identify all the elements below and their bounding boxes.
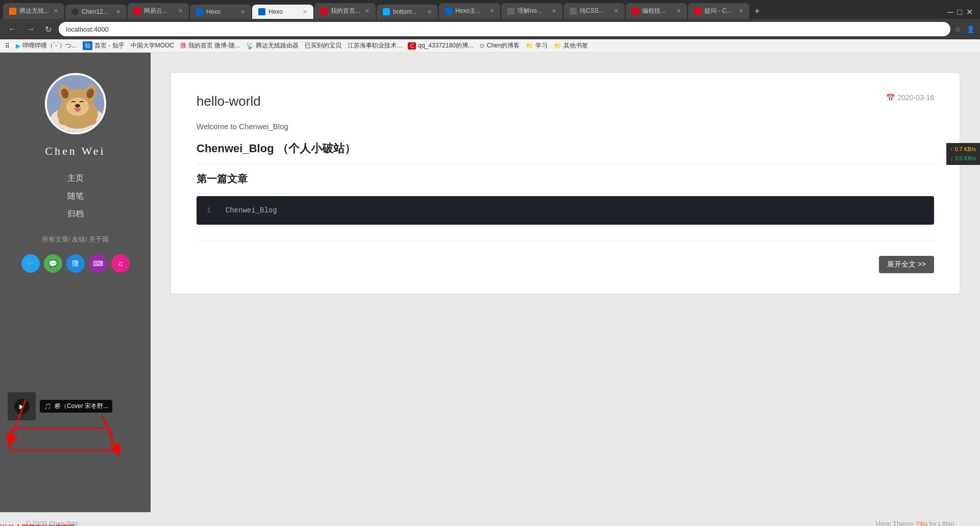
- address-input[interactable]: [59, 22, 950, 36]
- tab-favicon-10: [632, 8, 639, 15]
- footer-theme-name[interactable]: Yilia: [915, 520, 927, 526]
- tab-favicon-6: [383, 8, 390, 15]
- tab-bar: 腾达无线... ✕ Chen12... ✕ 网易云... ✕ Hexo ✕ He…: [0, 0, 980, 19]
- tab-close-3[interactable]: ✕: [240, 9, 245, 15]
- avatar-image: [47, 75, 106, 134]
- speed-widget: ↑ 0.7 KB/s ↓ 3.5 KB/s: [946, 143, 980, 165]
- footer-theme: Hexo Theme Yilia by Litten: [876, 520, 954, 526]
- post-date: 📅 2020-03-16: [886, 93, 934, 102]
- bookmark-router[interactable]: 📡 腾达无线路由器: [246, 41, 299, 50]
- nav-archive[interactable]: 归档: [67, 209, 84, 220]
- forward-button[interactable]: →: [23, 23, 38, 35]
- music-icon[interactable]: ♫: [111, 254, 130, 273]
- tab-close-10[interactable]: ✕: [676, 8, 681, 14]
- tab-label-7: Hexo主...: [455, 7, 481, 15]
- tab-9[interactable]: 纯CSS... ✕: [564, 3, 625, 19]
- sidebar-links-text[interactable]: 所有文章/ 友链/ 关于我: [42, 235, 109, 243]
- sidebar-nav: 主页 随笔 归档: [67, 173, 84, 220]
- tab-label-10: 编程技...: [642, 7, 666, 15]
- tab-favicon-7: [445, 8, 452, 15]
- tab-7[interactable]: Hexo主... ✕: [439, 3, 500, 19]
- sidebar: Chen Wei 主页 随笔 归档 所有文章/ 友链/ 关于我 🐦 💬 微 ⌨ …: [0, 53, 151, 512]
- footer-by-label: by Litten: [929, 520, 954, 526]
- tab-label-8: 理解no...: [518, 7, 542, 15]
- csdn-icon: C: [408, 42, 416, 50]
- close-button[interactable]: ✕: [966, 7, 973, 17]
- tab-favicon-9: [570, 8, 577, 15]
- annotation-arrows: [0, 400, 148, 502]
- tab-close-0[interactable]: ✕: [54, 8, 58, 14]
- tab-11[interactable]: 提问 - C... ✕: [688, 3, 749, 19]
- bookmark-bilibili[interactable]: ▶ 哔哩哔哩（`-´）つ...: [16, 41, 77, 50]
- router-icon: 📡: [246, 42, 254, 50]
- footer-hexo-link[interactable]: Hexo: [876, 520, 891, 526]
- tab-6[interactable]: bottom... ✕: [377, 5, 438, 19]
- tab-1[interactable]: Chen12... ✕: [65, 5, 127, 19]
- upload-speed: ↑ 0.7 KB/s: [950, 145, 976, 154]
- tab-favicon-4: [258, 8, 265, 15]
- tab-10[interactable]: 编程技... ✕: [626, 3, 687, 19]
- maximize-button[interactable]: □: [957, 8, 962, 17]
- code-content: Chenwei_Blog: [226, 206, 277, 214]
- bookmark-weibo[interactable]: 微 我的首页 微博-随...: [180, 41, 240, 50]
- tab-close-7[interactable]: ✕: [489, 8, 494, 14]
- tab-close-5[interactable]: ✕: [365, 8, 370, 14]
- apps-icon[interactable]: ⠿: [5, 42, 10, 50]
- tab-label-3: Hexo: [206, 8, 220, 15]
- tab-0[interactable]: 腾达无线... ✕: [3, 3, 64, 19]
- nav-notes[interactable]: 随笔: [67, 191, 84, 202]
- bookmark-taobao[interactable]: 已买到的宝贝: [305, 41, 341, 50]
- tab-label-11: 提问 - C...: [704, 7, 731, 15]
- folder-icon: 📁: [526, 42, 533, 50]
- tab-4[interactable]: Hexo ✕: [252, 5, 313, 19]
- bookmarks-bar: ⠿ ▶ 哔哩哔哩（`-´）つ... 知 首页 - 知乎 中国大学MOOC 微 我…: [0, 39, 980, 53]
- twitter-icon[interactable]: 🐦: [21, 254, 40, 273]
- reload-button[interactable]: ↻: [42, 23, 55, 35]
- nav-home[interactable]: 主页: [67, 173, 84, 184]
- page-footer: © 2020 Chen Wei Hexo Theme Yilia by Litt…: [0, 512, 980, 526]
- bookmark-chen-blog[interactable]: ⚙ Chen的博客: [479, 41, 520, 50]
- browser-chrome: 腾达无线... ✕ Chen12... ✕ 网易云... ✕ Hexo ✕ He…: [0, 0, 980, 53]
- sidebar-links: 所有文章/ 友链/ 关于我: [42, 235, 109, 244]
- tab-label-6: bottom...: [393, 8, 417, 15]
- address-bar-icons: ☆ 👤: [954, 25, 975, 33]
- tab-close-11[interactable]: ✕: [739, 8, 743, 14]
- address-bar-row: ← → ↻ ☆ 👤: [0, 19, 980, 39]
- tab-5[interactable]: 我的首页... ✕: [314, 3, 376, 19]
- tab-close-6[interactable]: ✕: [427, 9, 432, 15]
- bookmark-mooc[interactable]: 中国大学MOOC: [131, 41, 174, 50]
- social-icons: 🐦 💬 微 ⌨ ♫: [21, 254, 130, 273]
- weibo-social-icon[interactable]: 微: [66, 254, 85, 273]
- tab-favicon-11: [694, 8, 701, 15]
- tab-close-2[interactable]: ✕: [178, 8, 183, 14]
- post-card: hello-world 📅 2020-03-16 Welcome to Chen…: [171, 73, 960, 294]
- read-more-button[interactable]: 展开全文 >>: [879, 256, 934, 273]
- bookmark-zhihu[interactable]: 知 首页 - 知乎: [83, 41, 125, 50]
- tab-3[interactable]: Hexo ✕: [190, 5, 251, 19]
- zhihu-icon: 知: [83, 41, 92, 50]
- tab-close-4[interactable]: ✕: [303, 9, 307, 15]
- tab-favicon-5: [321, 8, 328, 15]
- main-content: hello-world 📅 2020-03-16 Welcome to Chen…: [151, 53, 980, 512]
- wechat-icon[interactable]: 💬: [44, 254, 62, 273]
- tab-close-1[interactable]: ✕: [116, 9, 120, 15]
- bookmark-qq-blog[interactable]: C qq_43372180的博...: [408, 41, 473, 50]
- bookmark-star-icon[interactable]: ☆: [954, 25, 961, 33]
- minimize-button[interactable]: ─: [947, 8, 953, 17]
- tab-close-8[interactable]: ✕: [552, 8, 556, 14]
- tab-label-1: Chen12...: [82, 8, 108, 15]
- bookmark-others[interactable]: 📁 其他书签: [554, 41, 588, 50]
- tab-8[interactable]: 理解no... ✕: [501, 3, 562, 19]
- footer-theme-label: Theme: [893, 520, 913, 526]
- tab-2[interactable]: 网易云... ✕: [128, 3, 189, 19]
- post-blog-title: Chenwei_Blog （个人小破站）: [197, 141, 934, 164]
- tab-label-5: 我的首页...: [331, 7, 360, 15]
- bookmark-jiangsu[interactable]: 江苏海事职业技术...: [348, 41, 402, 50]
- github-icon[interactable]: ⌨: [89, 254, 107, 273]
- calendar-icon: 📅: [886, 93, 895, 102]
- back-button[interactable]: ←: [5, 23, 19, 35]
- tab-close-9[interactable]: ✕: [614, 8, 619, 14]
- new-tab-button[interactable]: +: [750, 4, 764, 19]
- bookmark-study[interactable]: 📁 学习: [526, 41, 548, 50]
- profile-icon[interactable]: 👤: [966, 25, 975, 33]
